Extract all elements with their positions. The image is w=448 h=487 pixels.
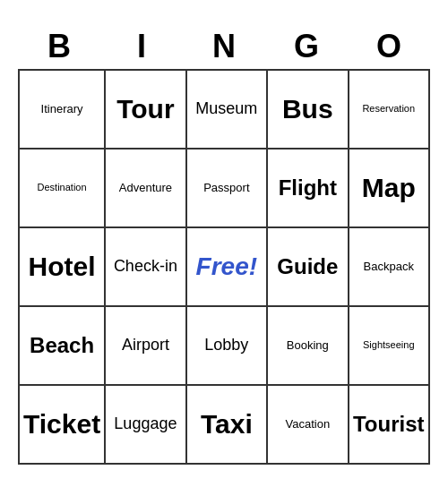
cell-text: Guide xyxy=(277,254,338,280)
cell-text: Reservation xyxy=(362,103,415,115)
header-letter: I xyxy=(100,22,183,69)
cell-text: Destination xyxy=(38,182,87,193)
cell-text: Passport xyxy=(203,181,249,195)
cell-text: Museum xyxy=(195,99,257,119)
cell-text: Booking xyxy=(287,338,329,353)
bingo-cell: Lobby xyxy=(187,307,268,386)
cell-text: Lobby xyxy=(204,336,248,355)
cell-text: Vacation xyxy=(285,417,330,431)
bingo-cell: Backpack xyxy=(349,228,430,307)
cell-text: Adventure xyxy=(119,181,172,195)
cell-text: Free! xyxy=(196,252,257,282)
bingo-cell: Guide xyxy=(268,228,349,307)
cell-text: Tour xyxy=(116,93,174,125)
bingo-cell: Itinerary xyxy=(20,71,106,150)
bingo-cell: Adventure xyxy=(106,150,186,228)
bingo-cell: Map xyxy=(349,150,430,228)
cell-text: Check-in xyxy=(114,257,177,277)
bingo-grid: ItineraryTourMuseumBusReservationDestina… xyxy=(18,69,430,465)
bingo-cell: Flight xyxy=(268,150,349,228)
cell-text: Bus xyxy=(282,93,333,125)
cell-text: Hotel xyxy=(29,251,96,283)
bingo-cell: Tour xyxy=(106,71,186,150)
header-letter: O xyxy=(348,22,430,69)
bingo-cell: Booking xyxy=(268,307,349,386)
cell-text: Itinerary xyxy=(41,102,83,116)
bingo-cell: Museum xyxy=(187,71,268,150)
cell-text: Beach xyxy=(30,333,94,359)
bingo-cell: Bus xyxy=(268,71,349,150)
bingo-cell: Airport xyxy=(106,307,186,386)
bingo-cell: Taxi xyxy=(187,386,268,465)
bingo-cell: Beach xyxy=(20,307,106,386)
cell-text: Tourist xyxy=(353,412,425,438)
bingo-card: BINGO ItineraryTourMuseumBusReservationD… xyxy=(9,13,439,474)
bingo-cell: Hotel xyxy=(20,228,106,307)
bingo-cell: Reservation xyxy=(349,71,430,150)
bingo-cell: Vacation xyxy=(268,386,349,465)
bingo-cell: Ticket xyxy=(20,386,106,465)
bingo-cell: Sightseeing xyxy=(349,307,430,386)
cell-text: Airport xyxy=(122,336,169,355)
bingo-cell: Passport xyxy=(187,150,268,228)
bingo-cell: Check-in xyxy=(106,228,186,307)
bingo-cell: Luggage xyxy=(106,386,186,465)
header-letter: B xyxy=(18,22,100,69)
cell-text: Flight xyxy=(279,175,337,201)
bingo-cell: Tourist xyxy=(349,386,430,465)
cell-text: Taxi xyxy=(201,408,253,440)
bingo-header: BINGO xyxy=(18,22,430,69)
bingo-cell: Free! xyxy=(187,228,268,307)
cell-text: Ticket xyxy=(23,408,100,440)
bingo-cell: Destination xyxy=(20,150,106,228)
cell-text: Map xyxy=(362,172,416,204)
header-letter: G xyxy=(265,22,348,69)
header-letter: N xyxy=(183,22,265,69)
cell-text: Sightseeing xyxy=(363,339,415,351)
cell-text: Backpack xyxy=(364,260,414,274)
cell-text: Luggage xyxy=(114,414,177,434)
